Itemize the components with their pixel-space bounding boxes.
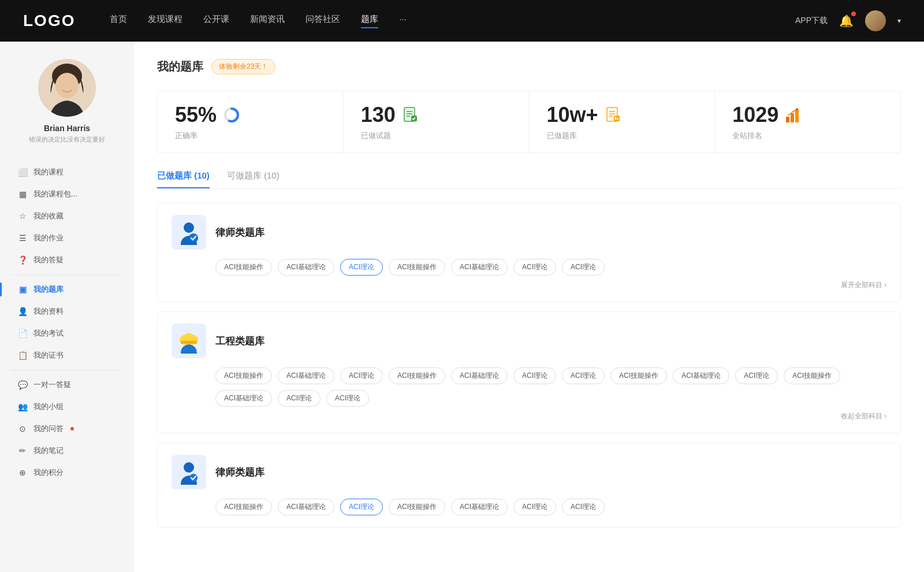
nav-more[interactable]: ··· <box>399 14 407 28</box>
quiz-tag[interactable]: ACI基础理论 <box>215 390 272 407</box>
sidebar-item-label: 我的题库 <box>33 284 64 295</box>
quiz-tag[interactable]: ACI理论 <box>513 367 556 384</box>
svg-point-23 <box>184 222 194 233</box>
quiz-tag[interactable]: ACI技能操作 <box>389 259 445 276</box>
quiz-tags-lawyer-2: ACI技能操作 ACI基础理论 ACI理论 ACI技能操作 ACI基础理论 AC… <box>215 499 886 515</box>
quiz-tag[interactable]: ACI理论 <box>513 499 556 515</box>
quiz-tag[interactable]: ACI基础理论 <box>278 259 334 276</box>
sidebar: Brian Harris 错误的决定比没有决定要好 ⬜ 我的课程 ▦ 我的课程包… <box>0 42 134 572</box>
user-avatar[interactable] <box>865 10 886 31</box>
sidebar-item-homework[interactable]: ☰ 我的作业 <box>0 227 134 249</box>
svg-point-22 <box>796 108 798 110</box>
quiz-card-lawyer-2: 律师类题库 ACI技能操作 ACI基础理论 ACI理论 ACI技能操作 ACI基… <box>157 443 901 528</box>
stat-top: 1029 <box>732 103 883 127</box>
homework-icon: ☰ <box>17 233 28 243</box>
sidebar-item-label: 我的小组 <box>33 402 64 412</box>
sidebar-item-my-qa[interactable]: ⊙ 我的问答 <box>0 418 134 440</box>
quiz-tag[interactable]: ACI技能操作 <box>215 259 272 276</box>
sidebar-item-certificates[interactable]: 📋 我的证书 <box>0 344 134 366</box>
quiz-tags-lawyer-1: ACI技能操作 ACI基础理论 ACI理论 ACI技能操作 ACI基础理论 AC… <box>215 259 886 276</box>
quiz-tag[interactable]: ACI理论 <box>278 390 321 407</box>
sidebar-item-course-packages[interactable]: ▦ 我的课程包... <box>0 183 134 205</box>
stat-top: 10w+ <box>547 103 698 127</box>
quiz-card-engineer: 工程类题库 ACI技能操作 ACI基础理论 ACI理论 ACI技能操作 ACI基… <box>157 311 901 433</box>
nav-home[interactable]: 首页 <box>110 14 127 28</box>
quiz-tag[interactable]: ACI技能操作 <box>389 499 445 515</box>
quiz-tag[interactable]: ACI基础理论 <box>451 259 508 276</box>
notes-icon: ✏ <box>17 446 28 455</box>
expand-button-1[interactable]: 展开全部科目 › <box>172 280 886 290</box>
sidebar-item-exams[interactable]: 📄 我的考试 <box>0 322 134 344</box>
sidebar-item-points[interactable]: ⊕ 我的积分 <box>0 462 134 484</box>
sidebar-item-my-courses[interactable]: ⬜ 我的课程 <box>0 161 134 183</box>
sidebar-item-answers[interactable]: ❓ 我的答疑 <box>0 249 134 271</box>
quiz-tag[interactable]: ACI基础理论 <box>278 499 334 515</box>
nav-qa[interactable]: 问答社区 <box>305 14 340 28</box>
sidebar-item-profile[interactable]: 👤 我的资料 <box>0 300 134 322</box>
quiz-tag[interactable]: ACI基础理论 <box>673 367 729 384</box>
stat-value-accuracy: 55% <box>175 103 217 127</box>
avatar-chevron-icon[interactable]: ▾ <box>897 17 901 25</box>
stat-top: 55% <box>175 103 326 127</box>
quiz-tag[interactable]: ACI理论 <box>562 499 605 515</box>
quiz-tag-active[interactable]: ACI理论 <box>340 499 383 515</box>
quiz-bank-title: 律师类题库 <box>215 226 264 239</box>
quiz-tag[interactable]: ACI理论 <box>326 390 369 407</box>
quiz-tag[interactable]: ACI理论 <box>562 259 605 276</box>
quiz-card-header: 工程类题库 <box>172 324 886 358</box>
svg-point-2 <box>55 73 79 98</box>
tab-done-banks[interactable]: 已做题库 (10) <box>157 170 210 188</box>
collapse-button-2[interactable]: 收起全部科目 › <box>172 411 886 421</box>
sidebar-profile: Brian Harris 错误的决定比没有决定要好 <box>0 59 134 155</box>
quiz-tag[interactable]: ACI技能操作 <box>215 367 272 384</box>
profile-icon: 👤 <box>17 307 28 316</box>
quiz-tag[interactable]: ACI理论 <box>513 259 556 276</box>
trial-badge: 体验剩余23天！ <box>211 59 275 75</box>
sidebar-item-label: 我的积分 <box>33 467 64 478</box>
app-download-button[interactable]: APP下载 <box>795 16 828 26</box>
quiz-tag[interactable]: ACI基础理论 <box>451 499 508 515</box>
sidebar-motto: 错误的决定比没有决定要好 <box>29 135 105 144</box>
quiz-tag[interactable]: ACI理论 <box>735 367 778 384</box>
chat-icon: 💬 <box>17 380 28 389</box>
sidebar-item-label: 我的答疑 <box>33 255 64 265</box>
nav-quiz[interactable]: 题库 <box>361 14 378 28</box>
sidebar-item-one-on-one[interactable]: 💬 一对一答疑 <box>0 374 134 396</box>
stat-rank: 1029 全站排名 <box>715 91 900 153</box>
nav-news[interactable]: 新闻资讯 <box>250 14 285 28</box>
lawyer-icon <box>172 215 206 250</box>
notification-bell[interactable]: 🔔 <box>839 14 854 28</box>
quiz-tag[interactable]: ACI技能操作 <box>610 367 667 384</box>
chart-orange-icon <box>785 106 802 124</box>
qa-icon: ❓ <box>17 255 28 265</box>
quiz-card-lawyer-1: 律师类题库 ACI技能操作 ACI基础理论 ACI理论 ACI技能操作 ACI基… <box>157 203 901 302</box>
qa-red-dot <box>70 427 74 430</box>
menu-divider-1 <box>12 274 122 275</box>
doc-yellow-icon <box>605 106 622 124</box>
quiz-tag[interactable]: ACI技能操作 <box>389 367 445 384</box>
quiz-tag-active[interactable]: ACI理论 <box>340 259 383 276</box>
main-content: 我的题库 体验剩余23天！ 55% 正确率 13 <box>134 42 924 572</box>
quiz-tag[interactable]: ACI基础理论 <box>278 367 334 384</box>
quiz-tag[interactable]: ACI技能操作 <box>215 499 272 515</box>
stat-label-accuracy: 正确率 <box>175 131 326 141</box>
sidebar-item-groups[interactable]: 👥 我的小组 <box>0 396 134 418</box>
done-questions-icon <box>401 106 420 124</box>
points-icon: ⊕ <box>17 468 28 477</box>
sidebar-item-label: 我的课程 <box>33 167 64 177</box>
svg-rect-16 <box>614 116 620 121</box>
quiz-tag[interactable]: ACI理论 <box>340 367 383 384</box>
rank-icon <box>784 106 803 124</box>
quiz-tag[interactable]: ACI基础理论 <box>451 367 508 384</box>
doc-green-icon <box>402 106 419 124</box>
sidebar-item-favorites[interactable]: ☆ 我的收藏 <box>0 205 134 227</box>
tab-available-banks[interactable]: 可做题库 (10) <box>227 170 280 188</box>
courses-icon: ⬜ <box>17 168 28 177</box>
sidebar-item-notes[interactable]: ✏ 我的笔记 <box>0 440 134 462</box>
nav-open-course[interactable]: 公开课 <box>203 14 229 28</box>
quiz-tag[interactable]: ACI技能操作 <box>784 367 840 384</box>
nav-discover[interactable]: 发现课程 <box>148 14 182 28</box>
sidebar-item-quiz-bank[interactable]: ▣ 我的题库 <box>0 278 134 300</box>
quiz-tag[interactable]: ACI理论 <box>562 367 605 384</box>
svg-rect-18 <box>617 118 618 120</box>
